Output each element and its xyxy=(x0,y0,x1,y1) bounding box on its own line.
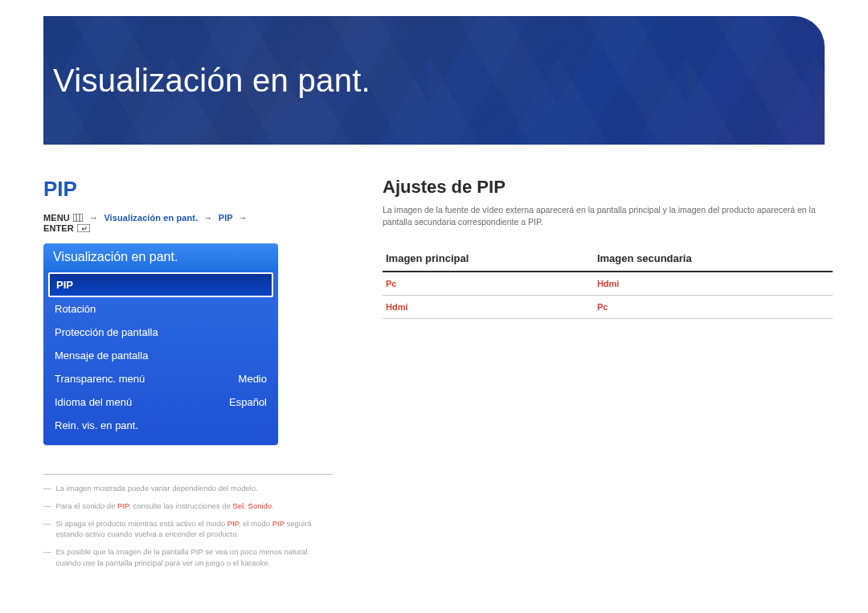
footnote-2: ― Para el sonido de PIP, consulte las in… xyxy=(43,501,333,512)
osd-item-label: Idioma del menú xyxy=(55,396,132,408)
subsection-description: La imagen de la fuente de vídeo externa … xyxy=(383,204,833,228)
table-header-main-image: Imagen principal xyxy=(383,247,594,272)
osd-spacer xyxy=(43,437,278,445)
table-cell: Hdmi xyxy=(383,296,594,319)
footnote-highlight: PIP xyxy=(117,501,129,510)
breadcrumb-arrow: → xyxy=(89,213,98,223)
page-banner: Visualización en pant. xyxy=(43,16,825,145)
osd-item-label: Transparenc. menú xyxy=(55,373,145,385)
osd-item-label: Mensaje de pantalla xyxy=(55,349,148,362)
footnote-highlight: PIP xyxy=(227,519,239,528)
footnotes: ― La imagen mostrada puede variar depend… xyxy=(43,474,333,569)
osd-item-label: PIP xyxy=(56,279,73,291)
menu-grid-icon xyxy=(73,214,83,223)
footnote-1: ― La imagen mostrada puede variar depend… xyxy=(43,483,333,494)
osd-item-rein-vis[interactable]: Rein. vis. en pant. xyxy=(43,414,278,437)
table-cell: Hdmi xyxy=(594,272,833,296)
breadcrumb-path-2: PIP xyxy=(219,213,233,223)
right-column: Ajustes de PIP La imagen de la fuente de… xyxy=(383,177,833,575)
table-header-secondary-image: Imagen secundaria xyxy=(594,247,833,272)
osd-item-value: Español xyxy=(229,396,267,408)
footnote-4: ― Es posible que la imagen de la pantall… xyxy=(43,546,333,569)
dash-icon: ― xyxy=(43,518,51,541)
osd-item-mensaje-pantalla[interactable]: Mensaje de pantalla xyxy=(43,344,278,367)
dash-icon: ― xyxy=(43,501,51,512)
osd-item-label: Rotación xyxy=(55,303,96,315)
breadcrumb-arrow: → xyxy=(239,213,248,223)
dash-icon: ― xyxy=(43,483,51,494)
enter-icon xyxy=(77,224,90,234)
page-title: Visualización en pant. xyxy=(53,63,371,99)
osd-item-value: Medio xyxy=(239,373,267,385)
footnote-text: , el modo xyxy=(239,519,272,528)
footnote-highlight: Sel. Sonido xyxy=(233,501,272,510)
osd-item-pip[interactable]: PIP xyxy=(48,272,273,297)
footnote-text: Es posible que la imagen de la pantalla … xyxy=(56,547,308,567)
breadcrumb-enter-label: ENTER xyxy=(43,223,74,233)
table-row: Hdmi Pc xyxy=(383,296,833,319)
breadcrumb: MENU → Visualización en pant. → PIP → EN… xyxy=(43,213,278,234)
table-cell: Pc xyxy=(594,296,833,319)
osd-item-label: Protección de pantalla xyxy=(55,326,158,338)
footnote-text: La imagen mostrada puede variar dependie… xyxy=(56,484,258,492)
dash-icon: ― xyxy=(43,546,51,569)
section-heading-pip: PIP xyxy=(43,177,278,202)
osd-item-proteccion-pantalla[interactable]: Protección de pantalla xyxy=(43,321,278,344)
footnote-text: Si apaga el producto mientras está activ… xyxy=(56,519,227,528)
table-row: Pc Hdmi xyxy=(383,272,833,296)
subsection-heading-ajustes-pip: Ajustes de PIP xyxy=(383,177,833,198)
svg-rect-0 xyxy=(73,214,83,222)
osd-body: PIP Rotación Protección de pantalla Mens… xyxy=(43,272,278,445)
left-column: PIP MENU → Visualización en pant. → PIP … xyxy=(43,177,278,575)
breadcrumb-path-1: Visualización en pant. xyxy=(104,213,198,223)
footnote-text: Para el sonido de xyxy=(56,501,118,510)
footnote-text: , consulte las instrucciones de xyxy=(129,501,232,510)
footnote-highlight: PIP xyxy=(272,519,285,528)
osd-item-label: Rein. vis. en pant. xyxy=(55,419,138,431)
osd-menu-panel: Visualización en pant. PIP Rotación Prot… xyxy=(43,243,278,445)
table-cell: Pc xyxy=(383,272,594,296)
breadcrumb-menu-label: MENU xyxy=(43,213,70,223)
breadcrumb-arrow: → xyxy=(203,213,212,223)
content-columns: PIP MENU → Visualización en pant. → PIP … xyxy=(43,177,825,575)
pip-sources-table: Imagen principal Imagen secundaria Pc Hd… xyxy=(383,247,833,319)
osd-item-transparenc-menu[interactable]: Transparenc. menú Medio xyxy=(43,367,278,390)
footnote-text: . xyxy=(272,501,274,510)
table-header-row: Imagen principal Imagen secundaria xyxy=(383,247,833,272)
osd-header: Visualización en pant. xyxy=(43,243,278,272)
osd-item-idioma-menu[interactable]: Idioma del menú Español xyxy=(43,390,278,414)
osd-item-rotacion[interactable]: Rotación xyxy=(43,297,278,321)
footnote-3: ― Si apaga el producto mientras está act… xyxy=(43,518,333,541)
